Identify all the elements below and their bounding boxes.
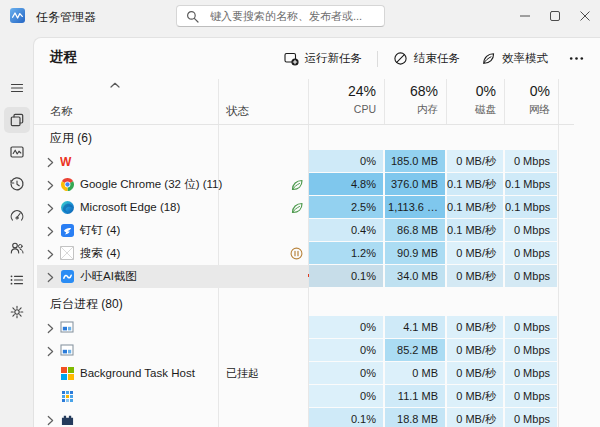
- network-cell: 0 Mbps: [505, 150, 557, 172]
- sort-ascending-icon: [110, 82, 120, 88]
- cpu-cell: 2.5%: [309, 196, 383, 218]
- sidebar-item-startup-apps[interactable]: [4, 203, 30, 229]
- task-manager-logo-icon: [10, 8, 25, 23]
- cpu-cell: 0%: [309, 150, 383, 172]
- network-cell: 0 Mbps: [505, 219, 557, 241]
- memory-cell: 376.0 MB: [385, 173, 445, 195]
- process-icon-slot: [60, 412, 74, 426]
- cpu-cell: 1.2%: [309, 242, 383, 264]
- end-task-icon: [393, 51, 408, 66]
- network-cell: 0 Mbps: [505, 385, 557, 407]
- sidebar-item-services[interactable]: [4, 299, 30, 325]
- efficiency-mode-label: 效率模式: [502, 51, 548, 66]
- run-new-task-button[interactable]: 运行新任务: [275, 45, 372, 72]
- disk-cell: 0 MB/秒: [447, 242, 503, 264]
- placeholder-icon: [60, 246, 74, 260]
- minimize-button[interactable]: [510, 0, 540, 32]
- column-header-memory[interactable]: 68% 内存: [384, 81, 445, 124]
- search-input[interactable]: [208, 9, 375, 23]
- process-icon-slot: [60, 223, 74, 237]
- hamburger-icon: [9, 80, 25, 96]
- sidebar-item-app-history[interactable]: [4, 171, 30, 197]
- disk-cell: 0 MB/秒: [447, 150, 503, 172]
- network-cell: 0 Mbps: [505, 242, 557, 264]
- process-row[interactable]: 0% 11.1 MB 0 MB/秒 0 Mbps: [34, 385, 574, 408]
- network-cell: 0 Mbps: [505, 362, 557, 384]
- memory-cell: 34.0 MB: [385, 265, 445, 287]
- sidebar-item-users[interactable]: [4, 235, 30, 261]
- process-row[interactable]: 0% 85.2 MB 0 MB/秒 0 Mbps: [34, 339, 574, 362]
- disk-cell: 0.1 MB/秒: [447, 173, 503, 195]
- close-button[interactable]: [570, 0, 600, 32]
- sidebar-item-menu[interactable]: [4, 75, 30, 101]
- process-row[interactable]: 0% 4.1 MB 0 MB/秒 0 Mbps: [34, 316, 574, 339]
- column-header-status[interactable]: 状态: [226, 104, 249, 119]
- expand-chevron-icon[interactable]: [47, 346, 54, 357]
- memory-cell: 86.8 MB: [385, 219, 445, 241]
- column-header-cpu[interactable]: 24% CPU: [308, 81, 383, 124]
- toolbar: 运行新任务 结束任务 效率模式: [275, 45, 594, 72]
- column-header-name[interactable]: 名称: [50, 104, 73, 119]
- column-header-network[interactable]: 0% 网络: [504, 81, 557, 124]
- expand-chevron-icon[interactable]: [47, 323, 54, 334]
- memory-cell: 1,113.6 …: [385, 196, 445, 218]
- disk-cell: 0 MB/秒: [447, 408, 503, 427]
- network-cell: 0.1 Mbps: [505, 173, 557, 195]
- disk-cell: 0.1 MB/秒: [447, 196, 503, 218]
- expand-chevron-icon[interactable]: [47, 415, 54, 426]
- process-row[interactable]: Background Task Host 已挂起 0% 0 MB 0 MB/秒 …: [34, 362, 574, 385]
- group-header: 应用 (6): [50, 127, 92, 149]
- expand-chevron-icon[interactable]: [47, 226, 54, 237]
- process-row[interactable]: 搜索 (4) 1.2% 90.9 MB 0 MB/秒 0 Mbps: [34, 242, 574, 265]
- expand-chevron-icon[interactable]: [47, 272, 54, 283]
- more-options-button[interactable]: [560, 45, 593, 72]
- process-name: 钉钉 (4): [80, 219, 120, 242]
- network-cell: 0 Mbps: [505, 339, 557, 361]
- process-row[interactable]: W 0% 185.0 MB 0 MB/秒 0 Mbps: [34, 150, 574, 173]
- memory-label: 内存: [384, 101, 438, 117]
- pause-icon: [290, 247, 303, 260]
- process-row[interactable]: Microsoft Edge (18) 2.5% 1,113.6 … 0.1 M…: [34, 196, 574, 219]
- sidebar-item-processes[interactable]: [4, 107, 30, 133]
- process-icon-slot: W: [60, 154, 74, 168]
- header-bottom-border: [34, 124, 574, 125]
- chrome-icon: [60, 177, 74, 191]
- cpu-cell: 0.1%: [309, 265, 383, 287]
- process-row[interactable]: Google Chrome (32 位) (11) 4.8% 376.0 MB …: [34, 173, 574, 196]
- process-row[interactable]: 钉钉 (4) 0.4% 86.8 MB 0.1 MB/秒 0 Mbps: [34, 219, 574, 242]
- run-new-task-label: 运行新任务: [305, 51, 363, 66]
- group-header: 后台进程 (80): [50, 293, 123, 315]
- history-icon: [9, 176, 25, 192]
- memory-cell: 0 MB: [385, 362, 445, 384]
- cpu-cell: 0%: [309, 385, 383, 407]
- uwp-icon: [60, 343, 74, 357]
- sidebar-item-performance[interactable]: [4, 139, 30, 165]
- process-row[interactable]: 0.1% 18.8 MB 0 MB/秒 0 Mbps: [34, 408, 574, 427]
- search-box[interactable]: [176, 5, 385, 27]
- cpu-total-percent: 24%: [308, 81, 376, 101]
- process-icon-slot: [60, 177, 74, 191]
- disk-cell: 0 MB/秒: [447, 316, 503, 338]
- end-task-button[interactable]: 结束任务: [384, 45, 469, 72]
- memory-total-percent: 68%: [384, 81, 438, 101]
- network-cell: 0 Mbps: [505, 265, 557, 287]
- efficiency-mode-button[interactable]: 效率模式: [472, 45, 557, 72]
- disk-cell: 0.1 MB/秒: [447, 219, 503, 241]
- expand-chevron-icon[interactable]: [47, 157, 54, 168]
- disk-cell: 0 MB/秒: [447, 385, 503, 407]
- expand-chevron-icon[interactable]: [47, 180, 54, 191]
- expand-chevron-icon[interactable]: [47, 203, 54, 214]
- memory-cell: 18.8 MB: [385, 408, 445, 427]
- window-title: 任务管理器: [36, 9, 96, 26]
- process-icon-slot: [60, 269, 74, 283]
- process-row[interactable]: 小旺AI截图 0.1% 34.0 MB 0 MB/秒 0 Mbps: [34, 265, 574, 288]
- maximize-button[interactable]: [540, 0, 570, 32]
- process-status-icon-slot: [290, 247, 303, 262]
- row-selection-bg: [37, 265, 308, 288]
- castle-icon: [60, 412, 74, 426]
- column-header-disk[interactable]: 0% 磁盘: [446, 81, 503, 124]
- expand-chevron-icon[interactable]: [47, 249, 54, 260]
- sidebar-item-details[interactable]: [4, 267, 30, 293]
- network-label: 网络: [504, 101, 550, 117]
- window-controls: [510, 0, 600, 32]
